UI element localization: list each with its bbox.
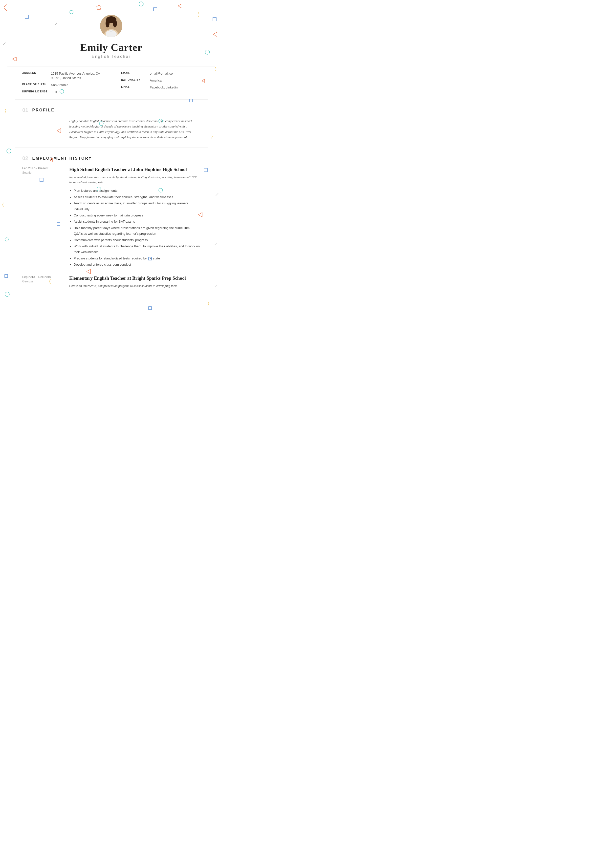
place-of-birth-value: San Antonio	[51, 83, 68, 87]
avatar	[100, 15, 122, 37]
job-2-right: Elementary English Teacher at Bright Spa…	[69, 275, 200, 291]
deco-square-final	[148, 306, 152, 310]
resume-page: Emily Carter English Teacher ADDRESS 151…	[0, 0, 222, 314]
email-value: email@email.com	[150, 71, 176, 76]
job-2-location: Georgia	[22, 280, 62, 283]
bullet-item: Work with individual students to challen…	[74, 243, 200, 255]
employment-section-num: 02	[22, 155, 28, 161]
address-value: 1515 Pacific Ave, Los Angeles, CA 90291,…	[51, 71, 101, 80]
bullet-item: Communicate with parents about students'…	[74, 237, 200, 243]
svg-rect-31	[149, 307, 152, 310]
driving-license-value: Full	[52, 90, 57, 95]
svg-point-41	[106, 20, 109, 28]
contact-info-bar: ADDRESS 1515 Pacific Ave, Los Angeles, C…	[8, 66, 215, 97]
bullet-item: Assess students to evaluate their abilit…	[74, 194, 200, 200]
job-1-location: Seattle	[22, 171, 62, 174]
section-divider-2	[15, 147, 208, 148]
job-entry-1: Feb 2017 – Present Seattle High School E…	[22, 167, 200, 268]
links-row: LINKS Facebook, Linkedin	[121, 85, 200, 90]
email-label: EMAIL	[121, 71, 146, 74]
bullet-item: Prepare students for standardized tests …	[74, 256, 200, 261]
profile-section-right: Highly capable English Teacher with crea…	[69, 118, 200, 140]
bullet-item: Assist students in preparing for SAT exa…	[74, 219, 200, 224]
employment-section-header: 02 EMPLOYMENT HISTORY	[22, 155, 200, 163]
email-row: EMAIL email@email.com	[121, 71, 200, 76]
bullet-item: Teach students as an entire class, in sm…	[74, 200, 200, 212]
bullet-item: Plan lectures and assignments	[74, 188, 200, 194]
job-2-description: Create an interactive, comprehension pro…	[69, 284, 200, 288]
linkedin-link[interactable]: Linkedin	[166, 85, 177, 89]
job-2-date: Sep 2013 – Dec 2016	[22, 275, 62, 279]
deco-bracket-right	[215, 67, 219, 71]
address-label: ADDRESS	[22, 71, 47, 74]
place-of-birth-label: PLACE OF BIRTH	[22, 83, 47, 86]
job-1-title: High School English Teacher at John Hopk…	[69, 167, 200, 173]
profile-section-left	[22, 118, 62, 140]
job-1-left: Feb 2017 – Present Seattle	[22, 167, 62, 268]
driving-license-row: DRIVING LICENSE Full	[22, 90, 101, 95]
profile-section-header: 01 PROFILE	[22, 107, 200, 115]
deco-bracket-bottom-left	[3, 203, 6, 206]
profile-section-num: 01	[22, 107, 28, 113]
employment-section-title: EMPLOYMENT HISTORY	[32, 156, 92, 161]
facebook-link[interactable]: Facebook	[150, 85, 164, 89]
profile-section-title: PROFILE	[32, 108, 54, 112]
profile-photo	[100, 15, 122, 37]
candidate-job-title: English Teacher	[0, 54, 222, 59]
job-2-title: Elementary English Teacher at Bright Spa…	[69, 275, 200, 281]
job-2-left: Sep 2013 – Dec 2016 Georgia	[22, 275, 62, 291]
contact-info-right: EMAIL email@email.com NATIONALITY Americ…	[101, 71, 200, 95]
svg-line-21	[216, 193, 218, 196]
profile-text: Highly capable English Teacher with crea…	[69, 118, 200, 140]
links-value: Facebook, Linkedin	[150, 85, 178, 90]
job-1-right: High School English Teacher at John Hopk…	[69, 167, 200, 268]
bullet-item: Conduct testing every week to maintain p…	[74, 212, 200, 218]
profile-section: 01 PROFILE Highly capable English Teache…	[8, 102, 215, 145]
job-1-description: Implemented formative assessments by sta…	[69, 175, 200, 185]
contact-info-left: ADDRESS 1515 Pacific Ave, Los Angeles, C…	[22, 71, 101, 95]
employment-section: 02 EMPLOYMENT HISTORY Feb 2017 – Present…	[8, 150, 215, 304]
resume-header: Emily Carter English Teacher	[0, 0, 222, 66]
svg-point-42	[113, 20, 117, 28]
bullet-item: Hold monthly parent days where presentat…	[74, 225, 200, 237]
address-row: ADDRESS 1515 Pacific Ave, Los Angeles, C…	[22, 71, 101, 80]
place-of-birth-row: PLACE OF BIRTH San Antonio	[22, 83, 101, 87]
candidate-name: Emily Carter	[0, 42, 222, 53]
nationality-label: NATIONALITY	[121, 78, 146, 81]
job-1-bullets: Plan lectures and assignments Assess stu…	[69, 188, 200, 267]
nationality-row: NATIONALITY American	[121, 78, 200, 83]
deco-slash-low-right	[215, 193, 219, 196]
nationality-value: American	[150, 78, 163, 83]
profile-section-content: Highly capable English Teacher with crea…	[22, 118, 200, 140]
job-1-date: Feb 2017 – Present	[22, 167, 62, 170]
bullet-item: Develop and enforce classroom conduct	[74, 262, 200, 267]
links-label: LINKS	[121, 85, 146, 88]
svg-rect-15	[190, 99, 193, 102]
job-entry-2: Sep 2013 – Dec 2016 Georgia Elementary E…	[22, 275, 200, 291]
driving-license-label: DRIVING LICENSE	[22, 90, 48, 93]
